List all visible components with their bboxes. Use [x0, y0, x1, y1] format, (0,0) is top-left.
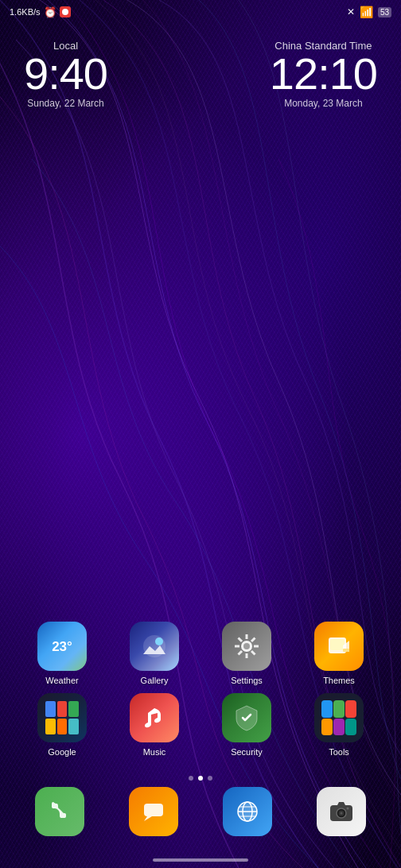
svg-point-1: [155, 637, 163, 645]
weather-icon: 23°: [37, 622, 87, 671]
app-item-music[interactable]: Music: [123, 693, 186, 757]
themes-icon: [314, 622, 364, 671]
svg-line-10: [251, 638, 255, 642]
app-item-settings[interactable]: Settings: [215, 622, 278, 685]
browser-svg: [233, 797, 262, 826]
local-date: Sunday, 22 March: [27, 98, 104, 109]
china-label: China Standard Time: [274, 40, 372, 52]
google-grid: [42, 698, 82, 738]
local-label: Local: [53, 40, 78, 52]
themes-svg: [324, 631, 354, 661]
alarm-icon: ⏰: [44, 6, 56, 18]
messages-svg: [139, 797, 168, 826]
browser-icon: [223, 787, 272, 836]
weather-display: 23°: [52, 640, 72, 653]
svg-rect-13: [330, 639, 345, 650]
settings-label: Settings: [231, 676, 263, 685]
app-item-themes[interactable]: Themes: [307, 622, 371, 685]
dock: [13, 781, 388, 843]
dock-item-phone[interactable]: [35, 787, 84, 836]
music-icon: [130, 693, 179, 742]
battery-indicator: 53: [378, 7, 391, 17]
clock-section: Local 9:40 Sunday, 22 March China Standa…: [0, 40, 401, 109]
camera-svg: [327, 797, 356, 826]
home-bar[interactable]: [153, 858, 248, 862]
app-item-gallery[interactable]: Gallery: [123, 622, 186, 685]
wifi-icon: 📶: [360, 6, 373, 18]
app-item-weather[interactable]: 23° Weather: [30, 622, 94, 685]
settings-icon: [222, 622, 271, 671]
music-svg: [140, 703, 169, 732]
dock-item-messages[interactable]: [129, 787, 178, 836]
app-grid: 23° Weather Gallery: [0, 622, 401, 765]
china-date: Monday, 23 March: [284, 98, 363, 109]
local-time: 9:40: [24, 52, 107, 96]
china-clock: China Standard Time 12:10 Monday, 23 Mar…: [270, 40, 377, 109]
svg-rect-14: [343, 649, 349, 652]
dock-item-browser[interactable]: [223, 787, 272, 836]
tools-label: Tools: [329, 747, 349, 757]
app-row-1: 23° Weather Gallery: [16, 622, 385, 685]
music-label: Music: [143, 747, 166, 757]
security-svg: [232, 703, 262, 733]
phone-icon: [35, 787, 84, 836]
svg-line-8: [239, 638, 243, 642]
svg-point-25: [341, 812, 343, 815]
recording-indicator: [60, 6, 71, 17]
svg-point-3: [243, 643, 250, 649]
network-speed: 1.6KB/s: [10, 7, 41, 17]
settings-svg: [232, 631, 262, 661]
gallery-label: Gallery: [141, 676, 169, 685]
app-item-google[interactable]: Google: [30, 693, 94, 757]
google-label: Google: [48, 747, 76, 757]
messages-icon: [129, 787, 178, 836]
app-item-security[interactable]: Security: [215, 693, 278, 757]
svg-point-26: [347, 808, 349, 810]
china-time: 12:10: [270, 52, 377, 96]
gallery-icon: [130, 622, 179, 671]
app-row-2: Google Music Security: [16, 693, 385, 757]
dock-item-camera[interactable]: [317, 787, 366, 836]
battery-level: 53: [380, 8, 389, 17]
weather-label: Weather: [45, 676, 78, 685]
local-clock: Local 9:40 Sunday, 22 March: [24, 40, 107, 109]
google-icon: [37, 693, 87, 742]
tools-grid: [317, 696, 360, 739]
svg-rect-15: [144, 804, 163, 816]
camera-icon: [317, 787, 366, 836]
phone-svg: [45, 797, 74, 826]
themes-label: Themes: [323, 676, 355, 685]
tools-icon: [314, 693, 364, 742]
svg-line-9: [251, 651, 255, 655]
status-bar: 1.6KB/s ⏰ ✕ 📶 53: [0, 0, 401, 24]
status-left: 1.6KB/s ⏰: [10, 6, 71, 18]
security-label: Security: [231, 747, 263, 757]
svg-marker-16: [144, 816, 152, 821]
app-item-tools[interactable]: Tools: [307, 693, 371, 757]
gallery-svg: [140, 632, 169, 661]
x-icon: ✕: [347, 6, 355, 17]
status-right: ✕ 📶 53: [347, 6, 391, 18]
svg-line-11: [239, 651, 243, 655]
security-icon: [222, 693, 271, 742]
